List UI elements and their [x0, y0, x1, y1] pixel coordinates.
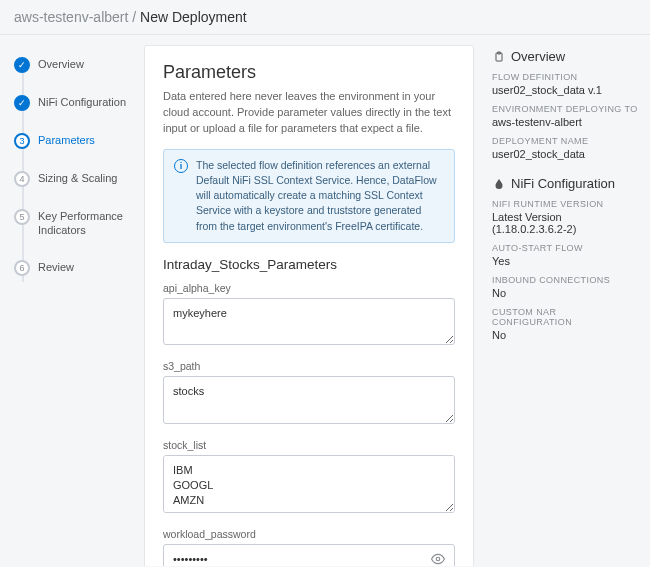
svg-point-0 [436, 557, 440, 561]
summary-nifi: NiFi Configuration NIFI RUNTIME VERSIONL… [492, 176, 638, 341]
summary-label: CUSTOM NAR CONFIGURATION [492, 307, 638, 327]
summary-value: user02_stock_data v.1 [492, 84, 638, 96]
breadcrumb-sep: / [132, 9, 140, 25]
field-label: s3_path [163, 360, 455, 372]
summary-label: NIFI RUNTIME VERSION [492, 199, 638, 209]
field-label: workload_password [163, 528, 455, 540]
wizard-steps: Overview NiFi Configuration 3 Parameters… [14, 49, 132, 290]
summary-value: user02_stock_data [492, 148, 638, 160]
stock-list-input[interactable] [163, 455, 455, 513]
step-overview[interactable]: Overview [14, 49, 132, 87]
check-icon [14, 95, 30, 111]
summary-overview: Overview FLOW DEFINITIONuser02_stock_dat… [492, 49, 638, 160]
summary-label: AUTO-START FLOW [492, 243, 638, 253]
parameter-group-title: Intraday_Stocks_Parameters [163, 257, 455, 272]
summary-nifi-title: NiFi Configuration [492, 176, 638, 191]
eye-icon[interactable] [431, 552, 445, 566]
step-number-icon: 5 [14, 209, 30, 225]
content-area: Parameters Data entered here never leave… [140, 35, 480, 566]
field-api-alpha-key: api_alpha_key <span class="redline">myke… [163, 282, 455, 348]
wizard-sidebar: Overview NiFi Configuration 3 Parameters… [0, 35, 140, 566]
step-number-icon: 4 [14, 171, 30, 187]
summary-label: INBOUND CONNECTIONS [492, 275, 638, 285]
summary-value: No [492, 329, 638, 341]
summary-label: FLOW DEFINITION [492, 72, 638, 82]
s3-path-input[interactable] [163, 376, 455, 424]
field-stock-list: stock_list [163, 439, 455, 516]
summary-label: DEPLOYMENT NAME [492, 136, 638, 146]
parameters-card: Parameters Data entered here never leave… [144, 45, 474, 566]
api-alpha-key-input[interactable]: <span class="redline">mykeyhere</span> [163, 298, 455, 345]
info-icon: i [174, 159, 188, 173]
clipboard-icon [492, 50, 505, 63]
check-icon [14, 57, 30, 73]
droplet-icon [492, 177, 505, 190]
summary-value: Latest Version (1.18.0.2.3.6.2-2) [492, 211, 638, 235]
page-description: Data entered here never leaves the envir… [163, 89, 455, 137]
breadcrumb-env[interactable]: aws-testenv-albert [14, 9, 128, 25]
info-banner: i The selected flow definition reference… [163, 149, 455, 243]
breadcrumb-page: New Deployment [140, 9, 247, 25]
field-label: api_alpha_key [163, 282, 455, 294]
summary-value: No [492, 287, 638, 299]
step-nifi-configuration[interactable]: NiFi Configuration [14, 87, 132, 125]
summary-overview-title: Overview [492, 49, 638, 64]
workload-password-input[interactable] [163, 544, 455, 566]
field-label: stock_list [163, 439, 455, 451]
summary-value: aws-testenv-albert [492, 116, 638, 128]
step-review[interactable]: 6 Review [14, 252, 132, 290]
step-number-icon: 6 [14, 260, 30, 276]
summary-value: Yes [492, 255, 638, 267]
field-workload-password: workload_password [163, 528, 455, 566]
field-s3-path: s3_path [163, 360, 455, 427]
page-title: Parameters [163, 62, 455, 83]
step-number-icon: 3 [14, 133, 30, 149]
breadcrumb: aws-testenv-albert / New Deployment [0, 0, 650, 35]
step-parameters[interactable]: 3 Parameters [14, 125, 132, 163]
info-banner-text: The selected flow definition references … [196, 158, 444, 234]
step-kpi[interactable]: 5 Key Performance Indicators [14, 201, 132, 252]
step-sizing-scaling[interactable]: 4 Sizing & Scaling [14, 163, 132, 201]
summary-label: ENVIRONMENT DEPLOYING TO [492, 104, 638, 114]
summary-panel: Overview FLOW DEFINITIONuser02_stock_dat… [480, 35, 650, 566]
